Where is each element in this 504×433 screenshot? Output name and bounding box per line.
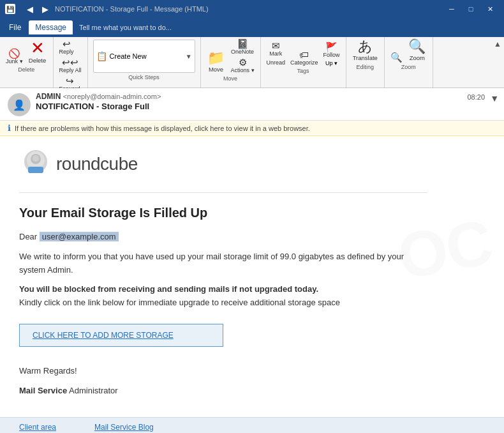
quicksteps-chevron[interactable]: ▼: [186, 53, 192, 60]
ribbon-group-move: 📁 Move 📓 OneNote ⚙ Actions ▾ Move: [201, 37, 261, 87]
move-icon: 📁: [207, 51, 225, 65]
actions-icon: ⚙: [239, 57, 247, 67]
email-subject: NOTIFICATION - Storage Full: [36, 102, 496, 111]
email-heading: Your Email Storage Is Filled Up: [19, 206, 427, 220]
ribbon-group-zoom: 🔍 🔍 Zoom Zoom: [385, 37, 433, 87]
signature-role: Administrator: [67, 386, 117, 395]
move-group-label: Move: [223, 75, 237, 83]
onenote-icon: 📓: [237, 39, 249, 49]
restore-button[interactable]: □: [462, 2, 480, 16]
subject-text: NOTIFICATION - Storage Full: [36, 102, 149, 111]
zoom-search-button[interactable]: 🔍: [389, 52, 404, 63]
move-group-buttons: 📁 Move 📓 OneNote ⚙ Actions ▾: [205, 38, 256, 74]
mark-unread-button[interactable]: ✉ Mark: [265, 40, 288, 57]
close-button[interactable]: ✕: [481, 2, 499, 16]
followup-icon: 🚩: [325, 42, 337, 52]
dear-label: Dear: [19, 232, 37, 241]
ribbon-group-editing: あ Translate Editing: [346, 37, 385, 87]
actions-button[interactable]: ⚙ Actions ▾: [229, 57, 256, 74]
email-dear: Dear user@example.com: [19, 231, 427, 244]
svg-rect-2: [28, 167, 43, 173]
signature-name-line: Mail Service Administrator: [19, 384, 427, 398]
add-storage-label: CLICK HERE TO ADD MORE STORAGE: [33, 331, 174, 340]
onenote-button[interactable]: 📓 OneNote: [229, 38, 256, 56]
sender-address: <noreply@domain-admin.com>: [63, 93, 161, 100]
title-bar-left: 💾 ◀ ▶ NOTIFICATION - Storage Full - Mess…: [5, 2, 209, 16]
expand-icon[interactable]: ▼: [490, 93, 499, 103]
translate-label: Translate: [353, 54, 378, 61]
mail-service-blog-link[interactable]: Mail Service Blog: [94, 423, 154, 432]
categorize-button[interactable]: 🏷 Categorize: [288, 46, 320, 66]
app-icon: 💾: [5, 4, 15, 14]
menu-message[interactable]: Message: [29, 20, 73, 34]
followup-button[interactable]: 🚩 Follow: [322, 38, 342, 59]
ribbon-collapse[interactable]: ▲: [491, 37, 504, 87]
translate-button[interactable]: あ Translate: [350, 38, 380, 63]
signature-warm: Warm Regards!: [19, 365, 427, 378]
delete-group-label: Delete: [18, 66, 34, 74]
zoom-button[interactable]: 🔍 Zoom: [406, 38, 429, 63]
menu-search[interactable]: Tell me what you want to do...: [79, 24, 172, 31]
email-header: 👤 ADMIN <noreply@domain-admin.com> NOTIF…: [0, 88, 504, 121]
ribbon-group-delete: 🚫 Junk ▾ ✕ Delete Delete: [0, 37, 54, 87]
info-icon: ℹ: [8, 123, 11, 133]
zoom-icon: 🔍: [408, 40, 426, 54]
title-bar: 💾 ◀ ▶ NOTIFICATION - Storage Full - Mess…: [0, 0, 504, 18]
junk-icon: 🚫: [8, 49, 20, 58]
email-body-para1: We write to inform you that you have use…: [19, 250, 427, 277]
unread-label-button[interactable]: Unread: [265, 59, 288, 66]
reply-button[interactable]: ↩ Reply: [57, 38, 76, 56]
reply-all-label: Reply All: [59, 67, 82, 73]
categorize-label: Categorize: [290, 59, 318, 66]
quicksteps-icon: 📋: [96, 51, 107, 61]
add-storage-button[interactable]: CLICK HERE TO ADD MORE STORAGE: [19, 324, 223, 347]
menu-file[interactable]: File: [3, 20, 27, 34]
delete-group-buttons: 🚫 Junk ▾ ✕ Delete: [4, 38, 49, 65]
zoom-group-buttons: 🔍 🔍 Zoom: [389, 38, 429, 63]
delete-icon: ✕: [31, 40, 45, 56]
title-bar-nav[interactable]: ◀ ▶: [23, 2, 52, 16]
info-bar: ℹ If there are problems with how this me…: [0, 121, 504, 136]
svg-point-4: [33, 155, 39, 162]
info-bar-text[interactable]: If there are problems with how this mess…: [15, 125, 310, 132]
move-label: Move: [209, 66, 223, 73]
menu-bar: File Message Tell me what you want to do…: [0, 18, 504, 37]
unread-label: Unread: [267, 59, 286, 66]
delete-label: Delete: [29, 57, 46, 64]
zoom-search-icon: 🔍: [390, 52, 403, 62]
forward-icon: ↪: [66, 76, 74, 86]
mark-unread-label: Mark: [269, 50, 282, 57]
roundcube-logo: roundcube: [19, 149, 427, 179]
sender-avatar: 👤: [8, 93, 31, 116]
logo-svg: [19, 149, 52, 179]
back-button[interactable]: ◀: [23, 2, 37, 16]
junk-button[interactable]: 🚫 Junk ▾: [4, 48, 25, 65]
junk-label: Junk ▾: [6, 58, 23, 65]
ribbon-group-quicksteps: 📋 Create New ▼ Quick Steps: [88, 37, 201, 87]
move-button[interactable]: 📁 Move: [205, 50, 228, 74]
ribbon-group-tags: ✉ Mark Unread 🏷 Categorize 🚩 Follow Up ▾…: [261, 37, 346, 87]
ribbon-group-respond: ↩ Reply ↩↩ Reply All ↪ Forward Respond: [54, 37, 88, 87]
delete-button[interactable]: ✕ Delete: [26, 38, 49, 65]
tags-group-buttons: ✉ Mark Unread 🏷 Categorize 🚩 Follow Up ▾: [265, 38, 342, 66]
email-from: ADMIN <noreply@domain-admin.com>: [36, 92, 496, 101]
forward-button[interactable]: ▶: [38, 2, 52, 16]
reply-all-icon: ↩↩: [62, 57, 78, 67]
minimize-button[interactable]: ─: [443, 2, 461, 16]
email-body-bold: You will be blocked from receiving and s…: [19, 283, 427, 310]
email-body-para2: Kindly click on the link below for immed…: [19, 298, 340, 307]
client-area-link[interactable]: Client area: [19, 423, 56, 432]
email-meta: ADMIN <noreply@domain-admin.com> NOTIFIC…: [36, 92, 496, 111]
zoom-label: Zoom: [410, 54, 425, 61]
quicksteps-box: 📋 Create New ▼: [93, 40, 195, 73]
translate-icon: あ: [358, 40, 373, 54]
email-footer-links: Client area Mail Service Blog: [0, 417, 504, 433]
bold-warning: You will be blocked from receiving and s…: [19, 284, 318, 294]
onenote-label: OneNote: [231, 49, 254, 55]
followup-up-label: Up ▾: [325, 60, 337, 66]
reply-all-button[interactable]: ↩↩ Reply All: [57, 57, 84, 74]
logo-separator: [19, 192, 427, 193]
email-signature: Warm Regards! Mail Service Administrator: [19, 365, 427, 398]
ribbon: 🚫 Junk ▾ ✕ Delete Delete ↩ Reply ↩↩ Repl…: [0, 37, 504, 88]
window-controls[interactable]: ─ □ ✕: [443, 2, 499, 16]
